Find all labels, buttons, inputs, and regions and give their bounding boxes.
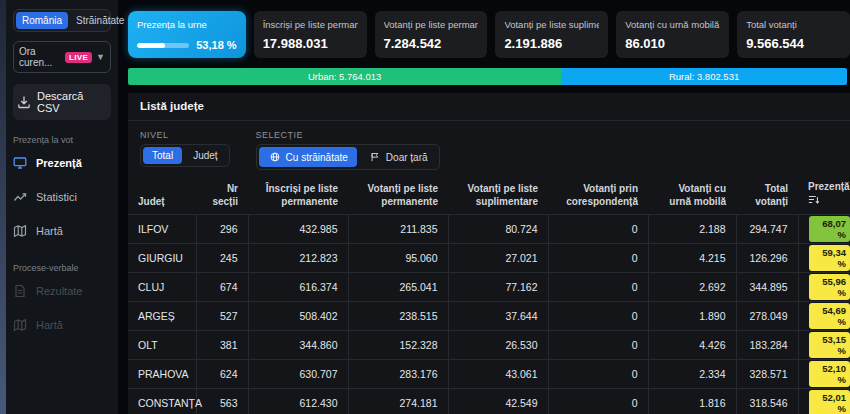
- value-cell: 126.296: [736, 244, 798, 273]
- selectie-option-doar-țară[interactable]: Doar țară: [359, 147, 437, 167]
- value-cell: 1.890: [648, 302, 736, 331]
- stat-card-value: 2.191.886: [504, 36, 599, 51]
- column-header-label: Total votanți: [755, 183, 788, 207]
- value-cell: 381: [196, 331, 248, 360]
- rural-segment: Rural: 3.802.531: [561, 68, 847, 85]
- table-row[interactable]: OLT381344.860152.32826.53004.426183.2845…: [128, 331, 850, 360]
- filters-row: NIVEL TotalJudeț SELECȚIE Cu străinătate…: [128, 121, 850, 177]
- selectie-option-label: Cu străinătate: [286, 152, 348, 163]
- turnout-progress-row: 53,18 %: [137, 39, 237, 51]
- download-csv-button[interactable]: Descarcă CSV: [13, 84, 111, 120]
- globe-icon: [268, 150, 282, 164]
- county-name-cell: PRAHOVA: [128, 360, 196, 389]
- value-cell: 1.816: [648, 389, 736, 414]
- county-name-cell: CLUJ: [128, 273, 196, 302]
- sidebar-item-label: Prezență: [36, 157, 82, 169]
- value-cell: 344.860: [248, 331, 348, 360]
- turnout-badge: 52,10 %: [809, 361, 850, 387]
- turnout-badge-cell: 59,34 %: [798, 244, 850, 273]
- value-cell: 508.402: [248, 302, 348, 331]
- turnout-badge: 59,34 %: [809, 245, 850, 271]
- value-cell: 278.049: [736, 302, 798, 331]
- value-cell: 4.426: [648, 331, 736, 360]
- value-cell: 527: [196, 302, 248, 331]
- column-header-label: Votanți prin corespondență: [566, 183, 638, 207]
- nivel-option-label: Județ: [193, 150, 217, 161]
- stat-card-5: Votanți cu urnă mobilă86.010: [616, 11, 729, 58]
- sidebar-item-rezultate: Rezultate: [13, 274, 111, 308]
- counties-panel: Listă județe NIVEL TotalJudeț SELECȚIE C…: [128, 93, 850, 414]
- value-cell: 0: [548, 244, 648, 273]
- table-row[interactable]: GIURGIU245212.82395.06027.02104.215126.2…: [128, 244, 850, 273]
- value-cell: 0: [548, 331, 648, 360]
- sidebar-item-hartă[interactable]: Hartă: [13, 214, 111, 248]
- column-header-3[interactable]: Înscriși pe liste permanente: [248, 177, 348, 215]
- nivel-option-total[interactable]: Total: [143, 147, 182, 164]
- selectie-button-group: Cu străinătateDoar țară: [256, 144, 440, 170]
- county-name-cell: ILFOV: [128, 215, 196, 244]
- table-row[interactable]: CLUJ674616.374265.04177.16202.692344.895…: [128, 273, 850, 302]
- value-cell: 245: [196, 244, 248, 273]
- column-header-6[interactable]: Votanți prin corespondență: [548, 177, 648, 215]
- value-cell: 0: [548, 389, 648, 414]
- value-cell: 612.430: [248, 389, 348, 414]
- turnout-badge-cell: 68,07 %: [798, 215, 850, 244]
- column-header-7[interactable]: Votanți cu urnă mobilă: [648, 177, 736, 215]
- nivel-option-județ[interactable]: Județ: [184, 147, 226, 164]
- column-header-2[interactable]: Nr secții: [196, 177, 248, 215]
- value-cell: 344.895: [736, 273, 798, 302]
- urban-segment: Urban: 5.764.013: [128, 68, 561, 85]
- country-tabs: RomâniaStrăinătate: [13, 9, 111, 32]
- sort-desc-icon: [808, 195, 845, 208]
- column-header-5[interactable]: Votanți pe liste suplimentare: [448, 177, 548, 215]
- sidebar-item-label: Hartă: [36, 225, 63, 237]
- table-row[interactable]: CONSTANȚA563612.430274.18142.54901.81631…: [128, 389, 850, 414]
- column-header-label: Județ: [138, 196, 165, 207]
- column-header-label: Nr secții: [212, 183, 238, 207]
- value-cell: 0: [548, 273, 648, 302]
- value-cell: 212.823: [248, 244, 348, 273]
- value-cell: 37.644: [448, 302, 548, 331]
- table-row[interactable]: ILFOV296432.985211.83580.72402.188294.74…: [128, 215, 850, 244]
- country-tab-străinătate[interactable]: Străinătate: [70, 12, 130, 29]
- document-icon: [13, 284, 27, 298]
- value-cell: 2.692: [648, 273, 736, 302]
- stat-card-label: Înscriși pe liste permanente: [263, 19, 358, 30]
- stat-card-3: Votanți pe liste permanente7.284.542: [375, 11, 488, 58]
- value-cell: 0: [548, 302, 648, 331]
- value-cell: 2.334: [648, 360, 736, 389]
- column-header-8[interactable]: Total votanți: [736, 177, 798, 215]
- stat-card-label: Votanți pe liste permanente: [384, 19, 479, 30]
- county-name-cell: CONSTANȚA: [128, 389, 196, 414]
- sidebar-item-label: Rezultate: [36, 285, 82, 297]
- turnout-badge-cell: 52,01 %: [798, 389, 850, 414]
- column-header-label: Votanți pe liste suplimentare: [468, 183, 538, 207]
- column-header-1[interactable]: Județ: [128, 177, 196, 215]
- turnout-progress-bar: [137, 43, 189, 48]
- value-cell: 283.176: [348, 360, 448, 389]
- time-select-dropdown[interactable]: Ora curen... LIVE ▼: [13, 41, 111, 73]
- map-icon: [13, 318, 27, 332]
- panel-title: Listă județe: [128, 93, 850, 121]
- table-row[interactable]: ARGEȘ527508.402238.51537.64401.890278.04…: [128, 302, 850, 331]
- turnout-card: Prezența la urne 53,18 %: [128, 11, 246, 58]
- sidebar-item-statistici[interactable]: Statistici: [13, 180, 111, 214]
- turnout-progress-fill: [137, 43, 165, 48]
- selectie-option-cu-străinătate[interactable]: Cu străinătate: [259, 147, 357, 167]
- column-header-9[interactable]: Prezență: [798, 177, 850, 215]
- column-header-4[interactable]: Votanți pe liste permanente: [348, 177, 448, 215]
- sidebar-item-prezență[interactable]: Prezență: [13, 146, 111, 180]
- value-cell: 318.546: [736, 389, 798, 414]
- table-row[interactable]: PRAHOVA624630.707283.17643.06102.334328.…: [128, 360, 850, 389]
- value-cell: 630.707: [248, 360, 348, 389]
- county-name-cell: OLT: [128, 331, 196, 360]
- download-icon: [17, 95, 31, 109]
- nivel-option-label: Total: [152, 150, 173, 161]
- value-cell: 616.374: [248, 273, 348, 302]
- value-cell: 26.530: [448, 331, 548, 360]
- country-tab-românia[interactable]: România: [16, 12, 68, 29]
- flag-icon: [368, 150, 382, 164]
- value-cell: 296: [196, 215, 248, 244]
- turnout-badge-cell: 52,10 %: [798, 360, 850, 389]
- stat-card-4: Votanți pe liste suplimentare2.191.886: [495, 11, 608, 58]
